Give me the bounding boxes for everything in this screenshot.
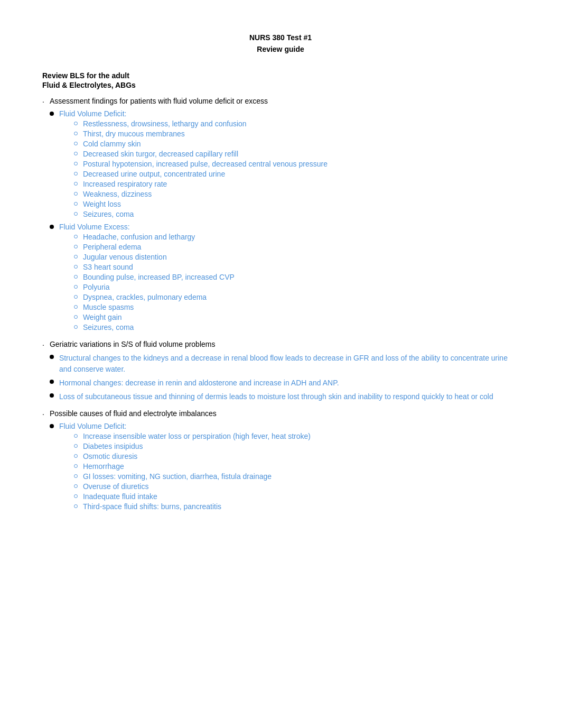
circle-icon (74, 315, 78, 319)
list-item: Increase insensible water loss or perspi… (74, 432, 519, 440)
circle-icon (74, 172, 78, 176)
geriatric-item3-content: Loss of subcutaneous tissue and thinning… (59, 391, 519, 402)
bullet2-label: Geriatric variations in S/S of fluid vol… (50, 340, 216, 348)
circle-icon (74, 444, 78, 448)
fluid-volume-deficit-list: Fluid Volume Deficit: Restlessness, drow… (50, 109, 519, 333)
circle-icon (74, 192, 78, 196)
fluid-deficit-sublist: Restlessness, drowsiness, lethargy and c… (59, 119, 519, 218)
fluid-excess-title: Fluid Volume Excess: (59, 223, 130, 231)
list-item: Decreased skin turgor, decreased capilla… (74, 150, 519, 158)
section-headings: Review BLS for the adult Fluid & Electro… (42, 71, 519, 89)
list-item: Polyuria (74, 283, 519, 291)
list-item: S3 heart sound (74, 263, 519, 271)
geriatric-item3-text: Loss of subcutaneous tissue and thinning… (59, 392, 493, 401)
circle-icon (74, 152, 78, 155)
circle-icon (74, 162, 78, 165)
circle-icon (74, 494, 78, 498)
fluid-excess-content: Fluid Volume Excess: Headache, confusion… (59, 223, 519, 333)
possible-causes-list: Fluid Volume Deficit: Increase insensibl… (50, 422, 519, 512)
fluid-deficit-causes-content: Fluid Volume Deficit: Increase insensibl… (59, 422, 519, 512)
circle-icon (74, 202, 78, 206)
circle-icon (74, 504, 78, 508)
disc-icon (50, 112, 54, 116)
bullet2-dot: · (42, 340, 44, 349)
list-item: Seizures, coma (74, 210, 519, 218)
circle-icon (74, 122, 78, 125)
geriatric-variations-row: · Geriatric variations in S/S of fluid v… (42, 340, 519, 405)
circle-icon (74, 484, 78, 488)
list-item: Third-space fluid shifts: burns, pancrea… (74, 502, 519, 511)
geriatric-item1-text: Structural changes to the kidneys and a … (59, 354, 508, 373)
list-item: Seizures, coma (74, 323, 519, 331)
circle-icon (74, 325, 78, 329)
list-item: Overuse of diuretics (74, 482, 519, 491)
list-item: Decreased urine output, concentrated uri… (74, 170, 519, 178)
list-item: Headache, confusion and lethargy (74, 233, 519, 241)
geriatric-item-2: Hormonal changes: decrease in renin and … (50, 377, 519, 389)
circle-icon (74, 285, 78, 289)
list-item: Bounding pulse, increased BP, increased … (74, 273, 519, 281)
circle-icon (74, 212, 78, 216)
list-item: Jugular venous distention (74, 253, 519, 261)
circle-icon (74, 142, 78, 145)
fluid-deficit-content: Fluid Volume Deficit: Restlessness, drow… (59, 109, 519, 220)
possible-causes-row: · Possible causes of fluid and electroly… (42, 409, 519, 515)
bullet3-dot: · (42, 410, 44, 418)
circle-icon (74, 454, 78, 458)
circle-icon (74, 464, 78, 468)
list-item: Postural hypotension, increased pulse, d… (74, 160, 519, 168)
fluid-deficit-causes-sublist: Increase insensible water loss or perspi… (59, 432, 519, 511)
fluid-deficit-title: Fluid Volume Deficit: (59, 109, 127, 118)
geriatric-item2-text: Hormonal changes: decrease in renin and … (59, 379, 339, 387)
header-line1: NURS 380 Test #1 (42, 32, 519, 43)
disc-icon (50, 380, 54, 384)
list-item: Dyspnea, crackles, pulmonary edema (74, 293, 519, 301)
bullet1-content: Assessment findings for patients with fl… (50, 97, 519, 336)
geriatric-item1-content: Structural changes to the kidneys and a … (59, 353, 519, 375)
list-item: Inadequate fluid intake (74, 492, 519, 501)
circle-icon (74, 305, 78, 309)
geriatric-item-1: Structural changes to the kidneys and a … (50, 353, 519, 375)
list-item: GI losses: vomiting, NG suction, diarrhe… (74, 472, 519, 481)
list-item: Muscle spasms (74, 303, 519, 311)
fluid-excess-sublist: Headache, confusion and lethargy Periphe… (59, 233, 519, 331)
circle-icon (74, 295, 78, 299)
fluid-deficit-item: Fluid Volume Deficit: Restlessness, drow… (50, 109, 519, 220)
heading2: Fluid & Electrolytes, ABGs (42, 81, 519, 89)
circle-icon (74, 474, 78, 478)
header-line2: Review guide (42, 43, 519, 55)
fluid-deficit-causes-item: Fluid Volume Deficit: Increase insensibl… (50, 422, 519, 512)
circle-icon (74, 434, 78, 438)
circle-icon (74, 265, 78, 269)
list-item: Weight loss (74, 200, 519, 208)
list-item: Increased respiratory rate (74, 180, 519, 188)
disc-icon (50, 355, 54, 359)
list-item: Diabetes insipidus (74, 442, 519, 450)
bullet3-content: Possible causes of fluid and electrolyte… (50, 409, 519, 515)
fluid-excess-item: Fluid Volume Excess: Headache, confusion… (50, 223, 519, 333)
list-item: Restlessness, drowsiness, lethargy and c… (74, 119, 519, 128)
disc-icon (50, 393, 54, 398)
list-item: Hemorrhage (74, 462, 519, 471)
list-item: Peripheral edema (74, 243, 519, 251)
list-item: Cold clammy skin (74, 140, 519, 148)
geriatric-list: Structural changes to the kidneys and a … (50, 353, 519, 402)
bullet2-content: Geriatric variations in S/S of fluid vol… (50, 340, 519, 405)
fluid-deficit-causes-title: Fluid Volume Deficit: (59, 422, 127, 430)
circle-icon (74, 255, 78, 259)
list-item: Osmotic diuresis (74, 452, 519, 460)
circle-icon (74, 132, 78, 135)
bullet1-dot: · (42, 97, 44, 106)
circle-icon (74, 275, 78, 279)
page-header: NURS 380 Test #1 Review guide (42, 32, 519, 56)
disc-icon (50, 225, 54, 229)
bullet3-label: Possible causes of fluid and electrolyte… (50, 409, 217, 418)
circle-icon (74, 182, 78, 186)
geriatric-item2-content: Hormonal changes: decrease in renin and … (59, 377, 519, 389)
circle-icon (74, 235, 78, 238)
assessment-findings-row: · Assessment findings for patients with … (42, 97, 519, 336)
geriatric-item-3: Loss of subcutaneous tissue and thinning… (50, 391, 519, 402)
bullet1-label: Assessment findings for patients with fl… (50, 97, 268, 105)
list-item: Weakness, dizziness (74, 190, 519, 198)
disc-icon (50, 424, 54, 428)
